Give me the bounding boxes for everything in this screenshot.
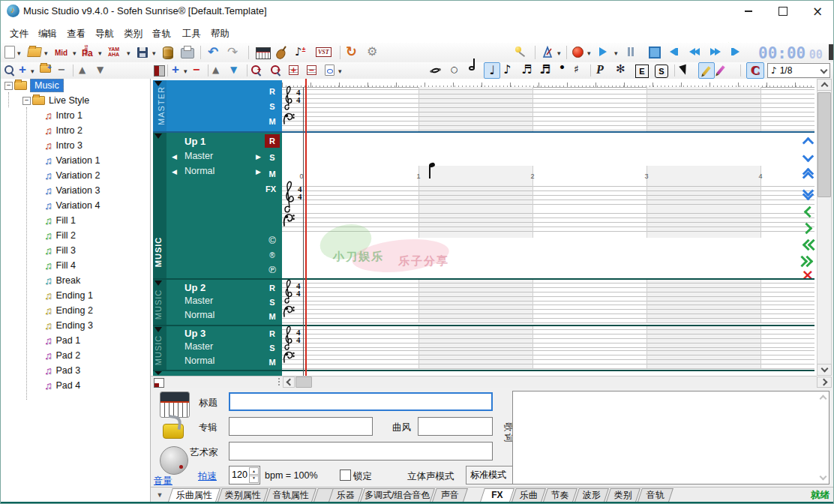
up3-track-header[interactable] <box>153 326 282 370</box>
menu-tools[interactable]: 工具 <box>179 26 204 42</box>
up1-fx-button[interactable]: FX <box>263 182 278 196</box>
tab-sound[interactable]: 声音 <box>432 488 468 502</box>
track-add-dropdown[interactable] <box>184 68 188 75</box>
splitter-grip[interactable] <box>278 378 282 386</box>
tree-expander-music[interactable] <box>4 82 13 90</box>
view-options-button[interactable] <box>325 64 334 76</box>
settings-button[interactable] <box>367 46 377 58</box>
volume-link[interactable]: 音量 <box>154 475 172 488</box>
rewind-button[interactable] <box>689 48 700 56</box>
step-back-button[interactable] <box>670 48 678 56</box>
view-options-dropdown[interactable] <box>338 68 342 75</box>
tab-multimode[interactable]: 多调式/组合音色 <box>360 488 435 502</box>
tree-item-fill4[interactable]: Fill 4 <box>44 259 76 272</box>
artist-input[interactable] <box>229 442 493 460</box>
track-up-button[interactable] <box>212 65 219 74</box>
collapse-triangle-icon[interactable] <box>154 327 162 332</box>
hscroll-right-button[interactable] <box>817 376 832 388</box>
up3-mute-button[interactable]: M <box>265 356 280 369</box>
master-record-button[interactable]: R <box>265 85 280 98</box>
yamaha-button[interactable]: YAM AHA <box>108 46 119 57</box>
up3-treble-staff[interactable] <box>282 329 814 348</box>
prev-source-arrow[interactable]: ◀ <box>172 153 177 160</box>
korg-dropdown[interactable] <box>98 50 102 57</box>
vscroll-down-button[interactable] <box>817 364 832 376</box>
metronome-dropdown[interactable] <box>557 50 561 57</box>
up3-source[interactable]: Master <box>184 341 213 352</box>
up3-record-button[interactable]: R <box>265 327 280 340</box>
korg-pa-button[interactable]: KORG Pa <box>82 46 93 59</box>
stop-button[interactable] <box>649 46 661 58</box>
master-bass-staff[interactable] <box>282 112 814 130</box>
midi-dropdown[interactable] <box>73 50 76 57</box>
quarter-note-button[interactable] <box>484 62 500 79</box>
tab-fx[interactable]: FX <box>480 488 514 502</box>
tree-expander-livestyle[interactable] <box>22 97 31 105</box>
up2-solo-button[interactable]: S <box>265 296 280 309</box>
tree-item-ending1[interactable]: Ending 1 <box>44 289 93 302</box>
snap-value-select[interactable]: ♪ 1/8 <box>767 63 830 78</box>
tree-item-variation2[interactable]: Variation 2 <box>44 169 100 182</box>
vscroll-thumb[interactable] <box>818 92 831 197</box>
track-mini-icon[interactable] <box>154 378 164 388</box>
octave-down-button[interactable] <box>799 185 817 202</box>
master-solo-button[interactable]: S <box>265 100 280 113</box>
menu-track[interactable]: 音轨 <box>149 26 174 42</box>
scroll-up-icon[interactable] <box>820 395 827 403</box>
new-file-dropdown[interactable] <box>17 50 21 57</box>
thirtysecond-note-button[interactable] <box>539 64 550 76</box>
tab-category[interactable]: 类别 <box>606 488 640 502</box>
tree-item-variation1[interactable]: Variation 1 <box>44 154 100 167</box>
tree-remove-button[interactable]: − <box>58 63 64 76</box>
master-track-header[interactable] <box>153 80 282 131</box>
collapse-triangle-icon[interactable] <box>154 81 162 86</box>
multi-pencil-tool-button[interactable] <box>719 65 722 75</box>
move-note-up-button[interactable] <box>799 134 817 148</box>
up2-bass-staff[interactable] <box>282 304 814 323</box>
track-header-toggle[interactable] <box>154 65 165 76</box>
tree-move-down-button[interactable] <box>97 65 104 74</box>
play-dropdown[interactable] <box>614 50 618 57</box>
title-input[interactable] <box>229 392 493 411</box>
save-button[interactable] <box>137 47 148 58</box>
midi-import-button[interactable]: Mid <box>55 49 68 57</box>
up2-treble-staff[interactable] <box>282 283 814 302</box>
up3-bass-staff[interactable] <box>282 350 814 369</box>
up3-mode[interactable]: Normal <box>184 356 214 366</box>
up3-name[interactable]: Up 3 <box>184 328 206 339</box>
sixteenth-note-button[interactable] <box>521 64 532 76</box>
tree-item-break[interactable]: Break <box>44 274 80 287</box>
up1-source[interactable]: Master <box>184 151 213 161</box>
next-mode-arrow[interactable]: ▶ <box>256 168 261 176</box>
close-button[interactable] <box>805 4 830 19</box>
up2-mute-button[interactable]: M <box>265 310 280 323</box>
up2-source[interactable]: Master <box>184 296 213 306</box>
refresh-button[interactable] <box>346 45 357 58</box>
master-mute-button[interactable]: M <box>265 115 280 128</box>
tree-search-button[interactable] <box>4 65 14 74</box>
tree-item-ending2[interactable]: Ending 2 <box>44 304 93 317</box>
open-file-dropdown[interactable] <box>44 50 48 57</box>
move-note-down-button[interactable] <box>799 151 817 164</box>
vscroll-up-button[interactable] <box>817 79 832 91</box>
tree-add-button[interactable]: + <box>19 62 26 77</box>
next-source-arrow[interactable]: ▶ <box>256 153 261 160</box>
octave-up-button[interactable] <box>799 166 817 182</box>
tab-rhythm[interactable]: 节奏 <box>543 488 578 502</box>
lyrics-textarea[interactable] <box>512 391 830 484</box>
tab-category-properties[interactable]: 类别属性 <box>218 488 268 502</box>
up1-mute-button[interactable]: M <box>265 167 280 181</box>
keyboard-icon[interactable] <box>160 392 190 418</box>
sharp-button[interactable] <box>574 64 579 74</box>
export-button[interactable] <box>163 46 173 59</box>
whole-note-button[interactable] <box>451 65 458 74</box>
collapse-triangle-icon[interactable] <box>154 134 162 139</box>
collapse-triangle-icon[interactable] <box>154 371 162 375</box>
metronome-button[interactable] <box>541 46 554 59</box>
scroll-down-icon[interactable] <box>820 473 827 481</box>
save-dropdown[interactable] <box>152 50 156 57</box>
tree-item-ending3[interactable]: Ending 3 <box>44 319 93 332</box>
menu-category[interactable]: 类别 <box>121 26 146 42</box>
microphone-button[interactable] <box>515 46 521 52</box>
tree-item-fill3[interactable]: Fill 3 <box>44 244 76 257</box>
